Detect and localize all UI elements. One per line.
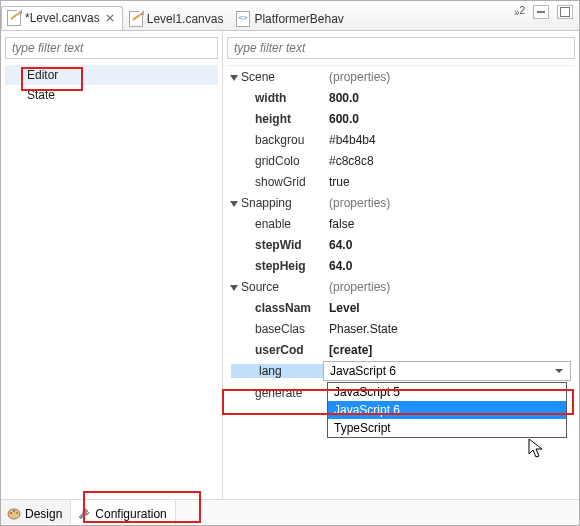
page-tab-configuration[interactable]: Configuration: [71, 500, 175, 524]
document-icon: [7, 10, 21, 26]
prop-key: width: [227, 91, 323, 105]
triangle-down-icon: [229, 282, 239, 292]
prop-value[interactable]: #b4b4b4: [323, 133, 575, 147]
tree-item-editor[interactable]: Editor: [5, 65, 218, 85]
chevron-down-icon: [552, 366, 566, 376]
page-tab-label: Design: [25, 507, 62, 521]
page-tab-label: Configuration: [95, 507, 166, 521]
cursor-icon: [528, 438, 544, 460]
right-pane: Scene (properties) width800.0 height600.…: [223, 31, 579, 499]
maximize-icon[interactable]: [557, 5, 573, 19]
tab-label: *Level.canvas: [25, 11, 100, 25]
tab-label: Level1.canvas: [147, 12, 224, 26]
prop-key: baseClas: [227, 322, 323, 336]
prop-value[interactable]: false: [323, 217, 575, 231]
document-icon: [129, 11, 143, 27]
html-icon: [236, 11, 250, 27]
svg-point-3: [16, 512, 18, 514]
prop-value[interactable]: #c8c8c8: [323, 154, 575, 168]
prop-key: height: [227, 112, 323, 126]
section-source[interactable]: Source (properties): [227, 276, 575, 297]
prop-key: backgrou: [227, 133, 323, 147]
prop-key: stepWid: [227, 238, 323, 252]
prop-key: stepHeig: [227, 259, 323, 273]
editor-tab-platformer[interactable]: PlatformerBehav: [230, 6, 350, 30]
section-scene[interactable]: Scene (properties): [227, 66, 575, 87]
editor-tab-bar: *Level.canvas Level1.canvas PlatformerBe…: [1, 1, 579, 31]
wrench-icon: [77, 507, 91, 521]
prop-row-lang: lang JavaScript 6: [227, 360, 575, 382]
lang-value: JavaScript 6: [330, 364, 396, 378]
triangle-down-icon: [229, 72, 239, 82]
section-snapping[interactable]: Snapping (properties): [227, 192, 575, 213]
prop-value[interactable]: Phaser.State: [323, 322, 575, 336]
prop-value[interactable]: 64.0: [323, 259, 575, 273]
page-tab-bar: Design Configuration: [1, 499, 579, 525]
lang-option-js5[interactable]: JavaScript 5: [328, 383, 566, 401]
tab-label: PlatformerBehav: [254, 12, 343, 26]
lang-dropdown-list: JavaScript 5 JavaScript 6 TypeScript: [327, 382, 567, 438]
properties-table: Scene (properties) width800.0 height600.…: [227, 65, 575, 403]
svg-point-1: [10, 512, 12, 514]
lang-option-js6[interactable]: JavaScript 6: [328, 401, 566, 419]
svg-point-2: [13, 510, 15, 512]
left-pane: Editor State: [1, 31, 223, 499]
palette-icon: [7, 507, 21, 521]
page-tab-design[interactable]: Design: [1, 500, 71, 524]
filter-input-right[interactable]: [227, 37, 575, 59]
prop-key: enable: [227, 217, 323, 231]
prop-key: userCod: [227, 343, 323, 357]
category-tree: Editor State: [5, 65, 218, 105]
lang-option-ts[interactable]: TypeScript: [328, 419, 566, 437]
prop-value[interactable]: [create]: [323, 343, 575, 357]
prop-value[interactable]: Level: [323, 301, 575, 315]
prop-key: classNam: [227, 301, 323, 315]
prop-key: showGrid: [227, 175, 323, 189]
editor-tab-level[interactable]: *Level.canvas: [1, 6, 123, 30]
prop-key-lang: lang: [231, 364, 323, 378]
more-tabs-indicator[interactable]: »2: [514, 7, 525, 18]
prop-value[interactable]: 800.0: [323, 91, 575, 105]
tree-item-state[interactable]: State: [5, 85, 218, 105]
prop-key: generate: [227, 386, 323, 400]
lang-dropdown[interactable]: JavaScript 6: [323, 361, 571, 381]
filter-input-left[interactable]: [5, 37, 218, 59]
editor-tab-level1[interactable]: Level1.canvas: [123, 6, 231, 30]
prop-value[interactable]: 64.0: [323, 238, 575, 252]
triangle-down-icon: [229, 198, 239, 208]
minimize-icon[interactable]: [533, 5, 549, 19]
prop-value[interactable]: 600.0: [323, 112, 575, 126]
prop-value[interactable]: true: [323, 175, 575, 189]
prop-key: gridColo: [227, 154, 323, 168]
close-icon[interactable]: [104, 12, 116, 24]
